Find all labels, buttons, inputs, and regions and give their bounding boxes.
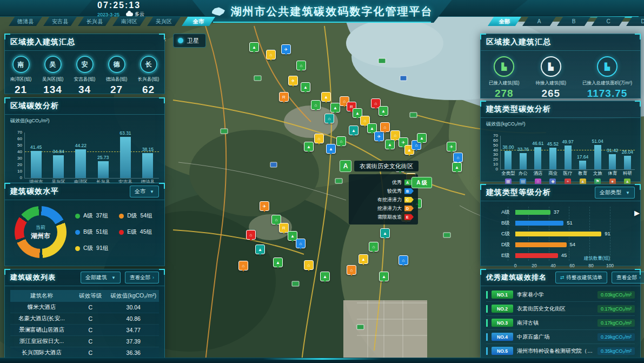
y-tick: 0 [496,167,498,171]
y-tick: 10 [17,169,22,174]
grade-bar [515,232,601,236]
map-marker[interactable]: ⌂ [336,136,346,146]
map-marker[interactable]: ▲ [417,133,427,143]
map-marker[interactable]: ⌂ [304,260,314,270]
legend-count: 91组 [96,245,108,252]
type-filter-dropdown[interactable]: 全部类型 ▼ [595,187,635,199]
map-marker[interactable]: ⌂ [296,239,306,248]
map-marker[interactable]: ⌂ [369,242,379,252]
bar-value: 63.31 [119,130,131,136]
chevron-down-icon: ▼ [111,275,116,280]
map-marker[interactable]: ▲ [349,126,358,135]
map-marker[interactable]: ⌂ [238,261,248,270]
map-marker[interactable]: ⌂ [314,134,324,143]
map-marker[interactable]: ▲ [326,144,336,154]
region-tab-吴兴区[interactable]: 吴兴区 [147,17,181,26]
grade-tab-B[interactable]: B [557,17,590,26]
bar-value: 41.45 [30,144,42,150]
view-all-button[interactable]: 查看全部 › [125,272,159,283]
region-summary-value: 34 [78,84,91,96]
access-stat: ▙已接入总建筑面积(万m²)1173.75 [582,56,632,100]
map-marker[interactable]: ⌂ [266,50,276,60]
map-marker[interactable]: ✈ [288,76,298,85]
region-tab-全市[interactable]: 全市 [182,17,215,26]
chevron-right-icon: › [639,275,641,280]
access-stat-value: 1173.75 [587,88,628,100]
map-marker[interactable]: ▲ [379,106,388,116]
map-marker[interactable]: ⌂ [296,61,306,70]
map-marker[interactable]: ✈ [260,201,269,211]
table-row[interactable]: 长兴国际大酒店C36.36 [10,347,159,359]
satellite-toggle[interactable]: 卫星 [173,34,206,48]
cell-building-name: 蝶米大酒店 [10,303,73,311]
grade-tab-A[interactable]: A [522,17,556,26]
map-marker[interactable]: ⌂ [347,265,356,275]
map-marker[interactable]: ▲ [379,272,389,281]
legend-row-E: 需限期改造E [353,213,414,221]
map-marker[interactable]: ▲ [452,162,462,172]
table-row[interactable]: 蝶米大酒店C30.04 [10,302,159,313]
ranking-row-NO.4[interactable]: NO.4中原百盛广场0.29kgCO₂/m² [486,330,635,344]
access-stat-value: 278 [495,88,514,100]
region-tab-德清县[interactable]: 德清县 [9,17,42,26]
map-marker[interactable]: R [279,92,289,102]
bar [31,151,42,178]
map-marker[interactable]: ▲ [301,82,310,92]
grade-tab-D[interactable]: D [626,17,644,26]
map-marker[interactable]: ⌂ [380,122,390,132]
table-row[interactable]: 浙江皇冠假日大...C37.39 [10,336,159,347]
panel-carbon-level: 建筑碳效水平 全市 ▼ 当前 湖州市 A级37组B级51组C级91组D级54组E… [4,183,165,266]
grade-tab-C[interactable]: C [592,17,625,26]
table-row[interactable]: 景澜富硒山居酒店C34.77 [10,325,159,336]
bar [594,145,601,169]
map-marker[interactable]: ⌂ [324,114,334,123]
map-marker[interactable]: ▲ [321,92,331,102]
rectify-list-button[interactable]: ⇄ 待整改建筑清单 [555,272,607,283]
type-carbon-chart: 01020304050607038.00全类型▦33.76办公▤46.61酒店⌂… [500,136,635,170]
map-marker[interactable]: ▲ [358,254,368,264]
map-marker[interactable]: ✈ [281,44,291,54]
view-all-button[interactable]: 查看全部 › [612,272,644,283]
access-stat-value: 265 [541,88,560,100]
dashboard-root: ▲⌂✈⌂✈R▲⌂▲▲⌂⌂R▲⌂▲✈⌂▲⌂✈▲⌂▲⌂▲▲⌂▲⌂▲⌂▲✈⌂▲▲⌂▲⌂… [0,0,644,363]
ranking-row-NO.2[interactable]: NO.2衣裳街历史文化街区0.17kgCO₂/m² [486,302,635,316]
panel-scroll-arrow-icon[interactable]: ▶ [634,209,640,217]
map-marker[interactable]: ▲ [320,272,330,281]
map-tooltip[interactable]: A 衣裳街历史文化街区 [340,160,419,172]
region-tabs: 德清县安吉县长兴县南浔区吴兴区全市 [9,17,215,26]
ranking-row-NO.1[interactable]: NO.1李家巷小学0.03kgCO₂/m² [486,288,635,302]
rank-badge: NO.4 [492,333,513,341]
table-row[interactable]: 名豪大酒店(长安...C40.86 [10,313,159,325]
building-filter-dropdown[interactable]: 全部建筑 ▼ [81,272,121,283]
map-marker[interactable]: ⌂ [399,255,408,265]
bar-酒店: 46.61酒店⌂ [530,136,546,169]
map-marker[interactable]: ▲ [380,228,390,238]
bar-安吉县: 63.31安吉县 [114,133,136,178]
cell-value: 40.86 [108,315,159,322]
ranking-row-NO.5[interactable]: NO.5湖州市特种设备检测研究院（长兴）0.35kgCO₂/m² [486,344,635,358]
map-marker[interactable]: R [279,223,289,233]
bar-value: 51.04 [592,138,603,144]
region-tab-安吉县[interactable]: 安吉县 [43,17,77,26]
rank-tick [486,305,488,313]
legend-label: 较优秀 [387,188,402,195]
map-marker[interactable]: ⌂ [453,153,463,162]
swap-icon: ⇄ [560,275,565,280]
map-marker[interactable]: ▲ [255,245,265,254]
map-marker[interactable]: ▲ [330,103,340,113]
map-marker[interactable]: ⌂ [246,230,256,240]
bar-value: 45.52 [547,141,559,147]
city-dropdown[interactable]: 全市 ▼ [130,186,159,197]
map-marker[interactable]: ⌂ [311,100,321,110]
map-marker[interactable]: ▲ [273,258,283,267]
grade-tab-全部[interactable]: 全部 [488,17,521,26]
map-marker[interactable]: ✈ [374,131,384,141]
region-tab-南浔区[interactable]: 南浔区 [112,17,146,26]
bar-医疗: 49.97医疗+ [560,136,575,169]
map-marker[interactable]: ✈ [447,142,456,151]
ranking-row-NO.3[interactable]: NO.3南浔古镇0.17kgCO₂/m² [486,316,635,330]
map-marker[interactable]: ▲ [249,42,259,52]
region-tab-长兴县[interactable]: 长兴县 [78,17,111,26]
map-marker[interactable]: ▲ [304,142,314,151]
grade-bar-row-D级: D级54 [501,239,610,250]
